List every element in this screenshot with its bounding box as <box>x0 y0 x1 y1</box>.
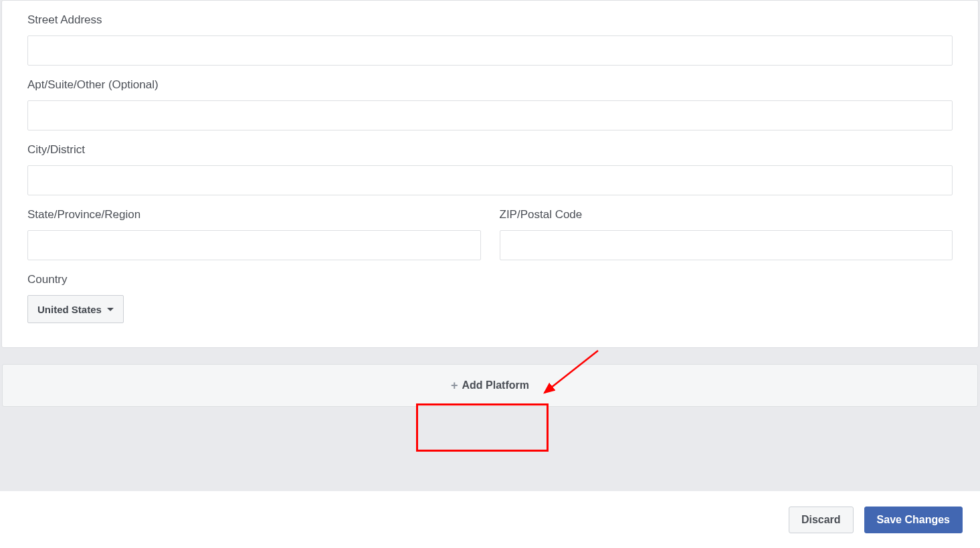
input-city[interactable] <box>27 165 953 195</box>
field-zip: ZIP/Postal Code <box>500 207 953 260</box>
add-platform-label: Add Platform <box>462 379 529 391</box>
input-zip[interactable] <box>500 230 953 260</box>
chevron-down-icon <box>107 308 114 311</box>
select-country-value: United States <box>37 304 102 315</box>
input-state[interactable] <box>27 230 481 260</box>
field-state: State/Province/Region <box>27 207 481 260</box>
footer-bar: Discard Save Changes <box>0 490 980 548</box>
row-state-zip: State/Province/Region ZIP/Postal Code <box>27 207 953 260</box>
label-apt: Apt/Suite/Other (Optional) <box>27 78 953 92</box>
input-apt[interactable] <box>27 100 953 130</box>
save-changes-button[interactable]: Save Changes <box>864 507 963 533</box>
discard-button[interactable]: Discard <box>789 507 854 533</box>
field-street-address: Street Address <box>27 1 953 66</box>
input-street-address[interactable] <box>27 35 953 66</box>
label-state: State/Province/Region <box>27 207 481 222</box>
add-platform-inner: + Add Platform <box>451 379 529 391</box>
plus-icon: + <box>451 379 458 391</box>
field-country: Country United States <box>27 272 953 323</box>
label-country: Country <box>27 272 953 287</box>
field-city: City/District <box>27 143 953 195</box>
spacer <box>0 407 980 447</box>
label-zip: ZIP/Postal Code <box>500 207 953 222</box>
add-platform-button[interactable]: + Add Platform <box>2 364 978 407</box>
field-apt: Apt/Suite/Other (Optional) <box>27 78 953 130</box>
label-street-address: Street Address <box>27 13 953 27</box>
select-country[interactable]: United States <box>27 295 124 323</box>
label-city: City/District <box>27 143 953 157</box>
address-form-card: Street Address Apt/Suite/Other (Optional… <box>1 0 979 348</box>
